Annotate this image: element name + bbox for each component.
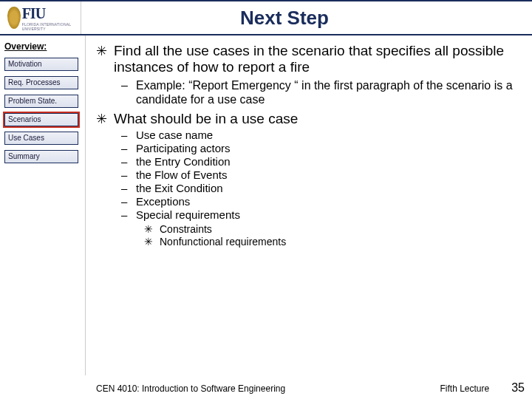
sub-sub-list: ✳Constraints ✳Nonfunctional requirements — [96, 223, 519, 248]
bullet-secondary: – Example: “Report Emergency “ in the fi… — [96, 78, 519, 106]
list-item: –Special requirements — [121, 208, 519, 222]
fiu-logo: FIU FLORIDA INTERNATIONAL UNIVERSITY — [7, 4, 74, 31]
sidebar-item-summary[interactable]: Summary — [4, 150, 78, 163]
sidebar-item-req-processes[interactable]: Req. Processes — [4, 76, 78, 89]
logo-text: FIU — [22, 5, 74, 22]
content: ✳ Find all the use cases in the scenario… — [86, 35, 532, 375]
dash-icon: – — [121, 78, 130, 106]
body: Overview: Motivation Req. Processes Prob… — [0, 35, 532, 375]
dash-icon: – — [121, 208, 130, 222]
footer-lecture: Fifth Lecture — [440, 383, 490, 394]
logo-box: FIU FLORIDA INTERNATIONAL UNIVERSITY — [0, 1, 81, 34]
sidebar-item-use-cases[interactable]: Use Cases — [4, 132, 78, 145]
footer: CEN 4010: Introduction to Software Engin… — [96, 381, 525, 395]
sidebar-item-problem-state[interactable]: Problem State. — [4, 95, 78, 108]
dash-icon: – — [121, 155, 130, 168]
bullet-primary: ✳ What should be in a use case — [96, 111, 519, 127]
bullet-text: Find all the use cases in the scenario t… — [114, 43, 519, 75]
logo-subtext: FLORIDA INTERNATIONAL UNIVERSITY — [22, 22, 74, 31]
dash-icon: – — [121, 142, 130, 155]
asterisk-icon: ✳ — [96, 43, 106, 75]
asterisk-icon: ✳ — [143, 236, 154, 248]
crest-icon — [7, 7, 21, 29]
list-item: –Exceptions — [121, 195, 519, 208]
page-title: Next Step — [81, 7, 532, 30]
header: FIU FLORIDA INTERNATIONAL UNIVERSITY Nex… — [0, 0, 532, 35]
dash-icon: – — [121, 195, 130, 208]
list-item: ✳Nonfunctional requirements — [143, 236, 519, 248]
sidebar-title: Overview: — [4, 41, 81, 52]
bullet-text: What should be in a use case — [114, 111, 298, 127]
bullet-text: Example: “Report Emergency “ in the firs… — [136, 78, 519, 106]
list-item: –the Flow of Events — [121, 168, 519, 182]
page-number: 35 — [511, 381, 525, 395]
sidebar-item-scenarios[interactable]: Scenarios — [4, 113, 78, 126]
list-item: –Use case name — [121, 129, 519, 142]
dash-icon: – — [121, 129, 130, 142]
sub-list: –Use case name –Participating actors –th… — [96, 129, 519, 222]
bullet-primary: ✳ Find all the use cases in the scenario… — [96, 43, 519, 75]
list-item: –the Exit Condition — [121, 182, 519, 195]
footer-course: CEN 4010: Introduction to Software Engin… — [96, 383, 440, 394]
list-item: –the Entry Condition — [121, 155, 519, 168]
sidebar-item-motivation[interactable]: Motivation — [4, 58, 78, 71]
dash-icon: – — [121, 182, 130, 195]
asterisk-icon: ✳ — [143, 223, 154, 236]
list-item: ✳Constraints — [143, 223, 519, 236]
list-item: –Participating actors — [121, 142, 519, 155]
asterisk-icon: ✳ — [96, 111, 106, 127]
dash-icon: – — [121, 168, 130, 182]
sidebar: Overview: Motivation Req. Processes Prob… — [0, 35, 86, 375]
